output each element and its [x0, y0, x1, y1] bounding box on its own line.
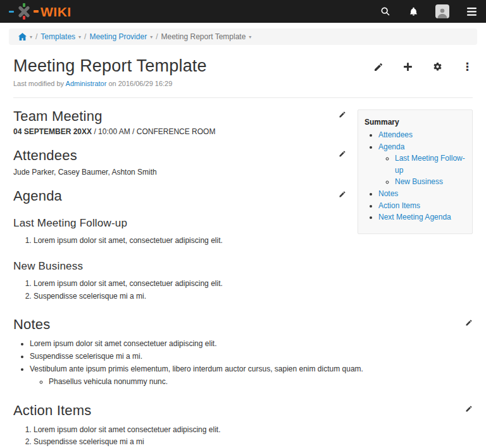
edit-pencil-icon[interactable]: [373, 62, 383, 72]
section-edit-pencil-icon[interactable]: [465, 316, 473, 327]
summary-link-next-meeting-agenda[interactable]: Next Meeting Agenda: [378, 213, 451, 221]
notes-list: Lorem ipsum dolor sit amet consectetuer …: [13, 338, 473, 388]
section-edit-pencil-icon[interactable]: [339, 108, 346, 118]
user-avatar[interactable]: [435, 4, 449, 18]
action-items-list: Lorem ipsum dolor sit amet consectetuer …: [13, 424, 473, 448]
chevron-down-icon[interactable]: ▾: [78, 34, 81, 40]
breadcrumb-link-meeting-provider[interactable]: Meeting Provider: [89, 32, 147, 41]
last-modified-line: Last modified by Administrator on 2016/0…: [13, 80, 473, 87]
content-beside-summary: Team Meeting 04 SEPTEMBER 20XX / 10:00 A…: [13, 108, 346, 302]
list-item: Suspendisse scelerisque mi a mi: [34, 436, 473, 448]
attendees-text: Jude Parker, Casey Baumer, Ashton Smith: [13, 168, 346, 177]
logo-x-glyph: [16, 3, 32, 20]
meeting-time-location: / 10:00 AM / CONFERENCE ROOM: [92, 127, 215, 136]
new-business-list: Lorem ipsum dolor sit amet, consectetuer…: [13, 278, 346, 303]
chevron-down-icon[interactable]: ▾: [150, 34, 153, 40]
summary-link-action-items[interactable]: Action Items: [378, 201, 420, 210]
modified-suffix: on 2016/06/29 16:29: [108, 80, 172, 87]
summary-panel: Summary Attendees Agenda Last Meeting Fo…: [358, 109, 473, 234]
list-item: Last Meeting Follow-up: [395, 152, 466, 176]
home-icon[interactable]: [18, 33, 27, 40]
section-edit-pencil-icon[interactable]: [465, 402, 473, 413]
list-item: Notes: [378, 188, 466, 200]
list-item: Lorem ipsum dolor sit amet consectetuer …: [34, 424, 473, 437]
section-heading-notes: Notes: [13, 316, 50, 333]
more-actions-kebab-icon[interactable]: ⋮: [462, 62, 473, 72]
meeting-date: 04 SEPTEMBER 20XX: [13, 127, 92, 136]
subsection-heading-last-meeting-followup: Last Meeting Follow-up: [13, 217, 346, 230]
top-navigation-bar: WIKI: [0, 0, 486, 23]
settings-gear-icon[interactable]: [432, 61, 443, 72]
logo-blue-dash: [9, 11, 14, 13]
summary-link-attendees[interactable]: Attendees: [378, 130, 413, 139]
list-item: Lorem ipsum dolor sit amet, consectetuer…: [34, 235, 346, 247]
followup-list: Lorem ipsum dolor sit amet, consectetuer…: [13, 235, 346, 247]
list-item: Attendees: [378, 129, 466, 141]
breadcrumb-current-page: Meeting Report Template: [161, 32, 246, 41]
chevron-down-icon[interactable]: ▾: [30, 34, 32, 40]
breadcrumb-separator: /: [156, 32, 158, 41]
summary-link-agenda[interactable]: Agenda: [378, 142, 404, 151]
list-item: New Business: [395, 176, 466, 188]
list-item: Agenda Last Meeting Follow-up New Busine…: [378, 141, 466, 188]
list-item: Lorem ipsum dolor sit amet, consectetuer…: [34, 278, 346, 290]
section-heading-attendees: Attendees: [13, 147, 77, 164]
list-item: Suspendisse scelerisque mi a mi.: [34, 290, 346, 303]
section-heading-team-meeting: Team Meeting: [13, 108, 103, 125]
breadcrumb-container: ▾ / Templates ▾ / Meeting Provider ▾ / M…: [0, 23, 486, 47]
summary-title: Summary: [364, 118, 466, 127]
subsection-heading-new-business: New Business: [13, 260, 346, 273]
summary-link-new-business[interactable]: New Business: [395, 177, 443, 186]
list-item: Suspendisse scelerisque mi a mi.: [30, 351, 473, 363]
search-icon[interactable]: [380, 6, 391, 17]
section-heading-action-items: Action Items: [13, 402, 91, 419]
breadcrumb: ▾ / Templates ▾ / Meeting Provider ▾ / M…: [9, 28, 477, 45]
modified-author-link[interactable]: Administrator: [66, 80, 107, 87]
notifications-bell-icon[interactable]: [408, 6, 419, 17]
logo-orange-dash: [34, 10, 39, 13]
list-item-text: Vestibulum ante ipsum primis elementum, …: [30, 364, 363, 373]
document-content: Summary Attendees Agenda Last Meeting Fo…: [0, 98, 486, 448]
create-plus-icon[interactable]: [402, 61, 413, 72]
section-edit-pencil-icon[interactable]: [339, 188, 346, 198]
summary-link-last-meeting-followup[interactable]: Last Meeting Follow-up: [395, 154, 465, 175]
section-heading-agenda: Agenda: [13, 188, 62, 204]
breadcrumb-separator: /: [84, 32, 86, 41]
section-edit-pencil-icon[interactable]: [339, 147, 346, 158]
hamburger-menu-icon[interactable]: [466, 6, 477, 17]
list-item: Lorem ipsum dolor sit amet consectetuer …: [30, 338, 473, 351]
breadcrumb-separator: /: [35, 32, 37, 41]
xwiki-logo[interactable]: WIKI: [9, 3, 72, 20]
chevron-down-icon[interactable]: ▾: [249, 34, 251, 40]
page-header: Meeting Report Template ⋮ Last modified …: [0, 47, 486, 87]
list-item: Phasellus vehicula nonummy nunc.: [49, 376, 473, 389]
modified-prefix: Last modified by: [13, 80, 64, 87]
list-item: Vestibulum ante ipsum primis elementum, …: [30, 363, 473, 389]
logo-wordmark: WIKI: [40, 5, 72, 18]
summary-link-notes[interactable]: Notes: [378, 189, 398, 198]
meeting-dateline: 04 SEPTEMBER 20XX / 10:00 AM / CONFERENC…: [13, 127, 346, 136]
page-title: Meeting Report Template: [13, 56, 207, 76]
list-item: Action Items: [378, 200, 466, 212]
breadcrumb-link-templates[interactable]: Templates: [40, 32, 75, 41]
list-item: Next Meeting Agenda: [378, 211, 466, 223]
